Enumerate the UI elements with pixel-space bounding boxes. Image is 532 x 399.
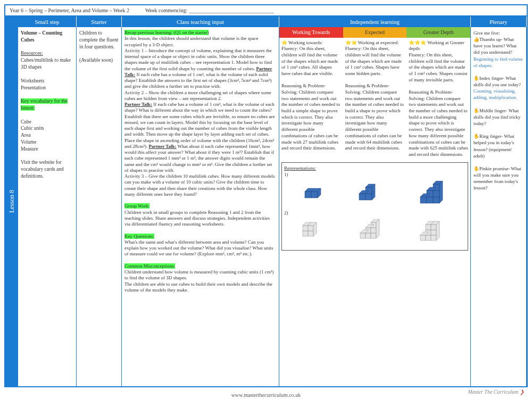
independent-cell: Working Towards Expected Greater Depth ⭐… [279,27,471,386]
svg-rect-25 [308,226,313,231]
cube-row-1 [284,178,466,210]
svg-rect-13 [427,197,433,203]
lesson-plan-page: Year 6 – Spring – Perimeter, Area and Vo… [4,4,528,387]
starter-cell: Children to complete the fluent in four … [77,27,122,386]
col-plenary: Plenary [471,16,527,27]
il-sub-headers: Working Towards Expected Greater Depth [279,27,470,38]
cube-row-2 [284,216,466,248]
svg-rect-1 [311,192,318,198]
svg-rect-41 [431,235,436,240]
col-starter: Starter [77,16,122,27]
wt-header: Working Towards [279,27,343,38]
svg-rect-44 [426,225,431,230]
svg-rect-12 [420,197,427,203]
page-title: Year 6 – Spring – Perimeter, Area and Vo… [10,7,129,13]
footer-url: www.masterthecurriculum.co.uk [0,392,532,398]
svg-rect-33 [371,228,376,233]
svg-rect-43 [431,230,436,235]
wt-content: ⭐ Working towards: Fluency: On this shee… [279,38,343,160]
column-headers: Small step Starter Class teaching input … [18,16,527,27]
svg-rect-30 [365,233,371,238]
col-small-step: Small step [18,16,77,27]
lesson-tab: Lesson 8 [5,16,18,386]
col-independent: Independent learning [279,16,471,27]
svg-rect-24 [303,226,308,231]
svg-marker-21 [439,181,443,203]
small-step-cell: Volume – Counting Cubes Resources: Cubes… [18,27,77,386]
cube-shape-icon [419,219,450,245]
svg-rect-23 [308,231,313,236]
teaching-cell: Recap previous learning: (Q1 on the star… [122,27,279,386]
svg-rect-40 [426,235,431,240]
gd-header: Greater Depth [406,27,470,38]
col-teaching: Class teaching input [122,16,279,27]
cube-shape-icon [356,181,385,203]
svg-rect-29 [360,233,365,238]
svg-rect-22 [303,231,308,236]
svg-rect-5 [359,194,365,200]
representations-box: Representations: 1) 2) [281,162,468,251]
svg-rect-14 [433,197,439,203]
cube-shape-icon [300,219,326,242]
cube-shape-icon [418,181,450,206]
svg-rect-0 [305,192,311,198]
cube-shape-icon [300,181,323,201]
svg-rect-6 [365,194,372,200]
svg-rect-39 [420,235,426,240]
svg-marker-38 [376,219,379,238]
plenary-cell: Give me five: 👍Thumbs up- What have you … [471,27,527,386]
svg-rect-45 [431,225,436,230]
svg-rect-31 [371,233,376,238]
cube-shape-icon [358,219,387,243]
header-bar: Year 6 – Spring – Perimeter, Area and Vo… [5,5,527,16]
svg-marker-49 [436,221,439,240]
svg-rect-16 [433,190,439,197]
brand-logo: Master The Curriculum ❯ [468,389,525,395]
ex-content: ⭐⭐ Working at expected: Fluency: On this… [343,38,407,160]
week-commencing: Week commencing: _______________________… [145,7,274,13]
ex-header: Expected [343,27,407,38]
gd-content: ⭐⭐⭐ Working at Greater depth: Fluency: O… [406,38,470,160]
